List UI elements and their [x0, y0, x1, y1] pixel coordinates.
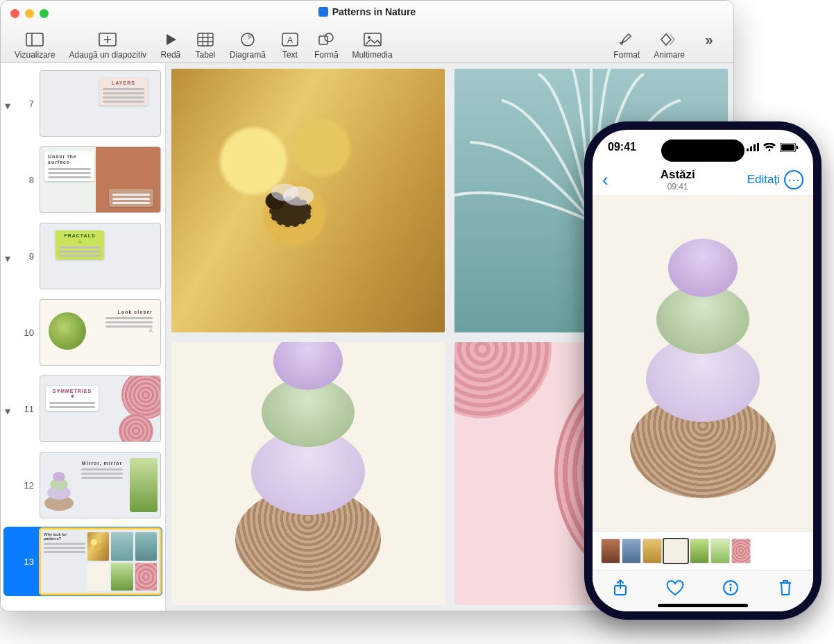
toolbar-animate-button[interactable]: Animare [647, 32, 692, 60]
share-button[interactable] [611, 579, 629, 597]
thumb-title: Look closer [105, 310, 153, 315]
favorite-button[interactable] [666, 579, 684, 597]
brush-icon [616, 32, 637, 47]
slide-navigator[interactable]: ▾ 7 LAYERS ▾ 8 Unde [1, 63, 166, 611]
slide-thumb-12[interactable]: ▾ 12 Mirror, mirror [3, 450, 162, 520]
plus-icon [97, 32, 118, 47]
toolbar-chart-button[interactable]: Diagramă [223, 32, 273, 60]
diamond-icon [659, 32, 680, 47]
toolbar-label: Animare [654, 50, 685, 60]
slide-number: 13 [19, 557, 34, 567]
toolbar-label: Text [282, 50, 298, 60]
thumb-title: Why look for patterns? [44, 532, 85, 541]
toolbar-play-button[interactable]: Redă [153, 32, 188, 60]
filmstrip-thumb[interactable] [731, 539, 751, 564]
edit-button[interactable]: Editați [747, 173, 780, 187]
svg-rect-24 [750, 146, 752, 151]
filmstrip-thumb[interactable] [663, 539, 688, 564]
slide-thumb-11[interactable]: ▾ 11 SYMMETRIES ✽ [3, 374, 162, 443]
toolbar-media-button[interactable]: Multimedia [346, 32, 400, 60]
delete-button[interactable] [776, 579, 794, 597]
window-title: Patterns in Nature [1, 6, 733, 17]
filmstrip-thumb[interactable] [601, 539, 620, 564]
photo-filmstrip[interactable] [593, 531, 813, 570]
toolbar-format-button[interactable]: Format [606, 32, 647, 60]
thumb-title: SYMMETRIES [49, 389, 95, 394]
photos-heading: Astăzi [613, 168, 743, 182]
slide-thumbnail: Under the surface [40, 146, 161, 213]
slide-thumb-7[interactable]: ▾ 7 LAYERS [3, 69, 162, 138]
textbox-icon: A [280, 32, 300, 47]
home-indicator[interactable] [658, 604, 748, 607]
chevron-down-icon[interactable]: ▾ [5, 99, 13, 108]
chevron-down-icon[interactable]: ▾ [5, 405, 13, 413]
photo-viewer[interactable] [593, 195, 813, 531]
slide-thumbnail: Mirror, mirror [40, 452, 161, 518]
thumb-title: Mirror, mirror [81, 461, 123, 466]
svg-rect-25 [754, 144, 756, 151]
toolbar-shape-button[interactable]: Formă [307, 32, 346, 60]
toolbar-overflow-button[interactable]: » [692, 32, 726, 60]
toolbar: Vizualizare Adaugă un diapozitiv Redă Ta… [1, 32, 733, 60]
battery-icon [780, 143, 798, 152]
iphone-screen: 09:41 ‹ Astăzi 09:41 Editați ⋯ [593, 130, 813, 611]
svg-rect-28 [781, 144, 794, 151]
more-options-button[interactable]: ⋯ [784, 170, 803, 189]
slide-thumb-8[interactable]: ▾ 8 Under the surface [3, 145, 162, 214]
slide-number: 7 [19, 99, 34, 109]
filmstrip-thumb[interactable] [710, 539, 730, 564]
svg-rect-23 [747, 149, 749, 151]
toolbar-label: Redă [161, 50, 181, 60]
toolbar-label: Multimedia [352, 50, 393, 60]
slide-thumb-13[interactable]: ▾ 13 Why look for patterns? [3, 527, 162, 596]
toolbar-text-button[interactable]: A Text [273, 32, 307, 60]
filmstrip-thumb[interactable] [690, 539, 709, 564]
chevron-double-right-icon: » [699, 32, 720, 47]
slide-thumbnail: Why look for patterns? [40, 528, 161, 595]
svg-point-15 [325, 33, 333, 42]
status-time: 09:41 [608, 141, 636, 153]
toolbar-view-button[interactable]: Vizualizare [8, 32, 62, 60]
slide-thumbnail: SYMMETRIES ✽ [40, 375, 161, 442]
filmstrip-thumb[interactable] [642, 539, 662, 564]
slide-thumbnail: LAYERS [40, 70, 161, 137]
slide-thumb-10[interactable]: ▾ 10 Look closer △ [3, 298, 162, 367]
svg-rect-29 [797, 146, 798, 149]
toolbar-label: Diagramă [230, 50, 266, 60]
slide-number: 8 [19, 175, 34, 185]
chevron-down-icon[interactable]: ▾ [5, 252, 13, 260]
canvas-image-urchin-stack[interactable] [171, 342, 445, 606]
slide-thumbnail: Look closer △ [40, 299, 161, 366]
svg-point-17 [368, 36, 371, 39]
svg-rect-26 [757, 143, 759, 151]
slide-number: 10 [19, 328, 34, 338]
play-icon [160, 32, 181, 47]
thumb-title: FRACTALS [59, 233, 101, 239]
toolbar-add-slide-button[interactable]: Adaugă un diapozitiv [62, 32, 153, 60]
svg-text:A: A [287, 35, 293, 45]
canvas-image-honeycomb[interactable] [171, 69, 445, 332]
back-button[interactable]: ‹ [602, 169, 609, 191]
slide-number: 12 [19, 480, 34, 491]
filmstrip-thumb[interactable] [622, 539, 641, 564]
photos-subheading: 09:41 [613, 182, 743, 192]
slide-thumb-9[interactable]: ▾ 9 FRACTALS △ [3, 221, 162, 291]
media-icon [362, 32, 383, 47]
photos-nav-header: ‹ Astăzi 09:41 Editați ⋯ [593, 164, 813, 195]
svg-marker-5 [167, 34, 176, 45]
toolbar-label: Vizualizare [15, 50, 55, 60]
toolbar-label: Format [613, 50, 640, 60]
svg-point-22 [271, 183, 298, 201]
toolbar-label: Formă [314, 50, 339, 60]
dynamic-island [661, 139, 744, 162]
toolbar-label: Adaugă un diapozitiv [69, 50, 146, 60]
svg-rect-0 [26, 33, 43, 46]
toolbar-table-button[interactable]: Tabel [188, 32, 223, 60]
info-button[interactable] [722, 579, 740, 597]
svg-point-32 [729, 584, 731, 586]
slide-number: 11 [19, 404, 34, 414]
svg-rect-6 [198, 33, 213, 46]
titlebar: Patterns in Nature Vizualizare Adaugă un… [1, 1, 733, 63]
svg-rect-33 [730, 586, 731, 591]
table-icon [195, 32, 216, 47]
